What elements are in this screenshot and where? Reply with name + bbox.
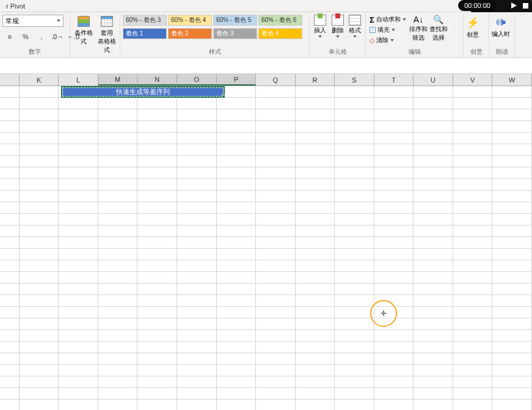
cell[interactable]	[20, 133, 59, 144]
cell[interactable]	[492, 260, 532, 272]
cell[interactable]	[414, 330, 453, 342]
cell[interactable]	[492, 144, 532, 156]
cell[interactable]	[20, 318, 59, 330]
cell[interactable]	[492, 179, 532, 191]
cell[interactable]	[374, 167, 414, 179]
cell[interactable]	[217, 342, 257, 353]
cell[interactable]	[137, 98, 177, 109]
format-as-table-button[interactable]: 套用 表格格式	[96, 13, 117, 54]
cell[interactable]	[177, 295, 217, 307]
cell[interactable]	[296, 237, 335, 249]
cell[interactable]	[0, 86, 20, 98]
insert-button[interactable]: 插入	[312, 13, 328, 38]
cell[interactable]	[20, 98, 59, 109]
cell[interactable]	[492, 330, 532, 342]
cell[interactable]	[256, 272, 296, 284]
cell[interactable]	[177, 365, 217, 376]
cell[interactable]	[0, 237, 20, 249]
cell[interactable]	[335, 400, 374, 410]
cell[interactable]	[217, 191, 257, 202]
cell[interactable]	[217, 144, 257, 156]
cell[interactable]	[374, 330, 414, 342]
cell[interactable]	[0, 249, 20, 260]
cell[interactable]	[296, 272, 335, 284]
cell[interactable]	[296, 202, 335, 214]
style-accent3[interactable]: 着色 3	[213, 28, 257, 39]
cell[interactable]	[256, 86, 296, 98]
col-header-t[interactable]: T	[374, 74, 414, 86]
cell[interactable]	[453, 191, 493, 202]
cell[interactable]	[296, 167, 335, 179]
cell[interactable]	[374, 144, 414, 156]
cell[interactable]	[335, 202, 374, 214]
cell[interactable]	[59, 295, 98, 307]
cell[interactable]	[453, 318, 493, 330]
cell[interactable]	[20, 330, 59, 342]
power-pivot-tab[interactable]: r Pivot	[1, 2, 30, 10]
cell[interactable]	[0, 284, 20, 295]
cell[interactable]	[137, 260, 177, 272]
cell[interactable]	[256, 400, 296, 410]
cell[interactable]	[256, 330, 296, 342]
cell[interactable]	[335, 388, 374, 400]
cell[interactable]	[20, 214, 59, 225]
cell[interactable]	[98, 237, 138, 249]
cell[interactable]	[98, 225, 138, 237]
cell[interactable]	[453, 353, 493, 365]
cell[interactable]	[453, 376, 493, 388]
cell[interactable]	[374, 295, 414, 307]
cell[interactable]	[453, 179, 493, 191]
col-header-w[interactable]: W	[492, 74, 532, 86]
cell[interactable]	[177, 121, 217, 133]
ideas-button[interactable]: ⚡ 创意	[466, 13, 479, 39]
cell[interactable]	[0, 121, 20, 133]
cell[interactable]	[335, 365, 374, 376]
cell[interactable]	[374, 98, 414, 109]
cell[interactable]	[374, 133, 414, 144]
cell[interactable]	[98, 214, 138, 225]
cell[interactable]	[177, 98, 217, 109]
cell[interactable]	[59, 98, 98, 109]
comma-button[interactable]: ,	[34, 31, 49, 43]
cell[interactable]	[492, 376, 532, 388]
cell[interactable]	[20, 376, 59, 388]
cell[interactable]	[414, 109, 453, 121]
cell[interactable]	[296, 249, 335, 260]
cell[interactable]	[414, 249, 453, 260]
cell[interactable]	[217, 330, 257, 342]
cell[interactable]	[177, 214, 217, 225]
cell[interactable]	[296, 353, 335, 365]
sort-filter-button[interactable]: A↓ 排序和筛选	[409, 13, 428, 42]
col-header-r[interactable]: R	[296, 74, 335, 86]
find-select-button[interactable]: 🔍 查找和选择	[429, 13, 448, 42]
col-header-o[interactable]: O	[177, 74, 217, 86]
cell[interactable]	[374, 365, 414, 376]
cell[interactable]	[98, 272, 138, 284]
cell[interactable]	[256, 318, 296, 330]
cell[interactable]	[0, 353, 20, 365]
cell[interactable]	[98, 98, 138, 109]
cell[interactable]	[492, 191, 532, 202]
cell[interactable]	[256, 156, 296, 167]
cell[interactable]	[0, 202, 20, 214]
cell[interactable]	[137, 353, 177, 365]
cell[interactable]	[414, 167, 453, 179]
cell[interactable]	[374, 388, 414, 400]
cell[interactable]	[256, 284, 296, 295]
cell[interactable]	[59, 191, 98, 202]
cell[interactable]	[453, 133, 493, 144]
cell[interactable]	[453, 388, 493, 400]
cell[interactable]	[217, 167, 257, 179]
cell[interactable]	[177, 156, 217, 167]
cell[interactable]	[414, 98, 453, 109]
cell[interactable]	[59, 214, 98, 225]
cell[interactable]	[335, 376, 374, 388]
cell[interactable]	[296, 260, 335, 272]
cell[interactable]	[256, 167, 296, 179]
cell[interactable]	[98, 156, 138, 167]
cell[interactable]	[98, 249, 138, 260]
cell[interactable]	[335, 109, 374, 121]
cell[interactable]	[414, 272, 453, 284]
cell[interactable]	[98, 318, 138, 330]
cell[interactable]	[20, 121, 59, 133]
